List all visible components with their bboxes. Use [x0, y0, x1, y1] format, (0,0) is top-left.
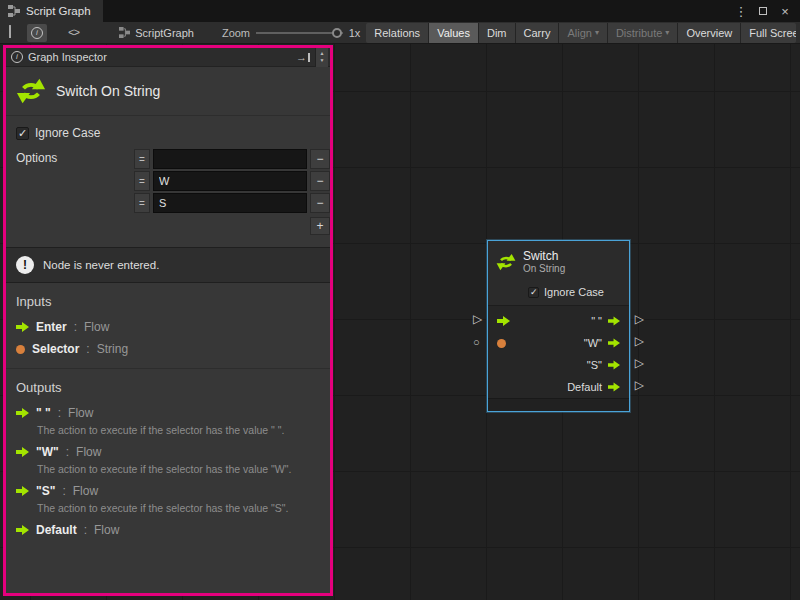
info-icon: i — [11, 51, 23, 63]
code-view-button[interactable]: <> — [68, 27, 79, 39]
zoom-slider[interactable] — [256, 27, 343, 39]
flow-output-port[interactable] — [608, 316, 620, 326]
port-row: "S" — [488, 354, 629, 376]
node-title-block: Switch On String — [6, 67, 330, 116]
output-port-label: " " — [591, 315, 602, 327]
option-row: = − — [134, 149, 330, 169]
ignore-case-label: Ignore Case — [35, 126, 100, 140]
chevron-down-icon: ▾ — [595, 28, 599, 37]
output-port-row: Default:Flow — [16, 523, 320, 537]
distribute-button: Distribute▾ — [608, 23, 678, 43]
input-port-row: Selector:String — [16, 342, 320, 356]
remove-option-button[interactable]: − — [310, 149, 330, 169]
ignore-case-checkbox[interactable] — [528, 287, 539, 298]
switch-icon — [496, 252, 516, 272]
inputs-title: Inputs — [16, 294, 320, 309]
menu-icon[interactable]: ⋮ — [732, 2, 750, 20]
reorder-handle-icon[interactable]: = — [134, 149, 150, 169]
port-description: The action to execute if the selector ha… — [37, 502, 320, 514]
script-graph-window: Script Graph ⋮ × i <> ScriptGraph Zoom 1… — [0, 0, 800, 600]
output-port-row: " ":Flow — [16, 406, 320, 420]
connect-hint-output: ▷ — [635, 357, 644, 369]
scroll-arrows[interactable]: ▲▼ — [315, 48, 328, 67]
add-option-button[interactable]: + — [310, 217, 330, 235]
node-header: Switch On String — [488, 241, 629, 279]
option-input[interactable] — [153, 171, 307, 191]
flow-port-icon — [16, 525, 29, 535]
output-port-label: "W" — [584, 337, 602, 349]
warning-text: Node is never entered. — [43, 259, 159, 271]
graph-icon — [119, 27, 130, 38]
connect-hint-output: ▷ — [635, 379, 644, 391]
zoom-label: Zoom — [222, 27, 250, 39]
port-row: "W" — [488, 332, 629, 354]
port-row: " " — [488, 310, 629, 332]
warning-icon: ! — [16, 256, 34, 274]
lock-icon — [9, 26, 20, 39]
values-button[interactable]: Values — [429, 23, 479, 43]
dim-button[interactable]: Dim — [479, 23, 516, 43]
inspector-title: Graph Inspector — [28, 51, 107, 63]
flow-input-port[interactable] — [497, 316, 510, 326]
align-button: Align▾ — [559, 23, 607, 43]
warning-banner: ! Node is never entered. — [6, 247, 330, 283]
flow-output-port[interactable] — [608, 382, 620, 392]
arrow-down-icon: ▼ — [320, 57, 325, 64]
graph-canvas[interactable]: i Graph Inspector → ▲▼ Switch On String — [0, 44, 800, 600]
value-port-icon — [16, 345, 25, 354]
close-icon[interactable]: × — [776, 2, 794, 20]
value-input-port[interactable] — [497, 339, 506, 348]
title-bar: Script Graph ⋮ × — [0, 0, 800, 22]
inspector-toggle-button[interactable]: i — [27, 24, 47, 42]
options-label: Options — [16, 149, 134, 165]
dock-icon[interactable]: → — [296, 51, 310, 63]
input-port-row: Enter:Flow — [16, 320, 320, 334]
output-port-row: "S":Flow — [16, 484, 320, 498]
remove-option-button[interactable]: − — [310, 193, 330, 213]
flow-port-icon — [16, 447, 29, 457]
connect-hint-value-input: ○ — [473, 336, 480, 348]
graph-breadcrumb[interactable]: ScriptGraph — [119, 27, 194, 39]
zoom-value: 1x — [349, 27, 361, 39]
toolbar-button-group: Relations Values Dim Carry Align▾ Distri… — [366, 23, 796, 43]
flow-port-icon — [16, 322, 29, 332]
option-input[interactable] — [153, 149, 307, 169]
reorder-handle-icon[interactable]: = — [134, 171, 150, 191]
switch-node[interactable]: Switch On String Ignore Case " " "W" — [487, 240, 630, 412]
output-port-label: "S" — [587, 359, 602, 371]
node-title: Switch — [523, 249, 565, 263]
ignore-case-checkbox[interactable] — [16, 127, 29, 140]
tab-title: Script Graph — [26, 5, 91, 17]
ignore-case-label: Ignore Case — [544, 286, 604, 298]
flow-port-icon — [16, 486, 29, 496]
flow-port-icon — [16, 408, 29, 418]
lock-button[interactable] — [4, 24, 24, 42]
remove-option-button[interactable]: − — [310, 171, 330, 191]
port-description: The action to execute if the selector ha… — [37, 463, 320, 475]
connect-hint-flow-input: ▷ — [473, 313, 482, 325]
graph-toolbar: i <> ScriptGraph Zoom 1x Relations Value… — [0, 22, 800, 44]
options-list: = − = − = − — [134, 149, 330, 235]
graph-inspector-panel: i Graph Inspector → ▲▼ Switch On String — [3, 45, 333, 596]
reorder-handle-icon[interactable]: = — [134, 193, 150, 213]
graph-name: ScriptGraph — [135, 27, 194, 39]
connect-hint-output: ▷ — [635, 313, 644, 325]
connect-hint-output: ▷ — [635, 335, 644, 347]
inspector-header: i Graph Inspector → ▲▼ — [6, 48, 330, 67]
node-title: Switch On String — [56, 83, 160, 99]
fullscreen-button[interactable]: Full Screen — [741, 23, 796, 43]
tab-script-graph[interactable]: Script Graph — [0, 0, 103, 22]
maximize-icon[interactable] — [754, 2, 772, 20]
overview-button[interactable]: Overview — [678, 23, 741, 43]
flow-output-port[interactable] — [608, 338, 620, 348]
relations-button[interactable]: Relations — [366, 23, 429, 43]
zoom-slider-handle[interactable] — [332, 28, 342, 38]
flow-output-port[interactable] — [608, 360, 620, 370]
output-port-row: "W":Flow — [16, 445, 320, 459]
option-row: = − — [134, 193, 330, 213]
arrow-up-icon: ▲ — [320, 50, 325, 57]
chevron-down-icon: ▾ — [665, 28, 669, 37]
option-input[interactable] — [153, 193, 307, 213]
inputs-section: Inputs Enter:Flow Selector:String — [6, 283, 330, 368]
carry-button[interactable]: Carry — [516, 23, 560, 43]
